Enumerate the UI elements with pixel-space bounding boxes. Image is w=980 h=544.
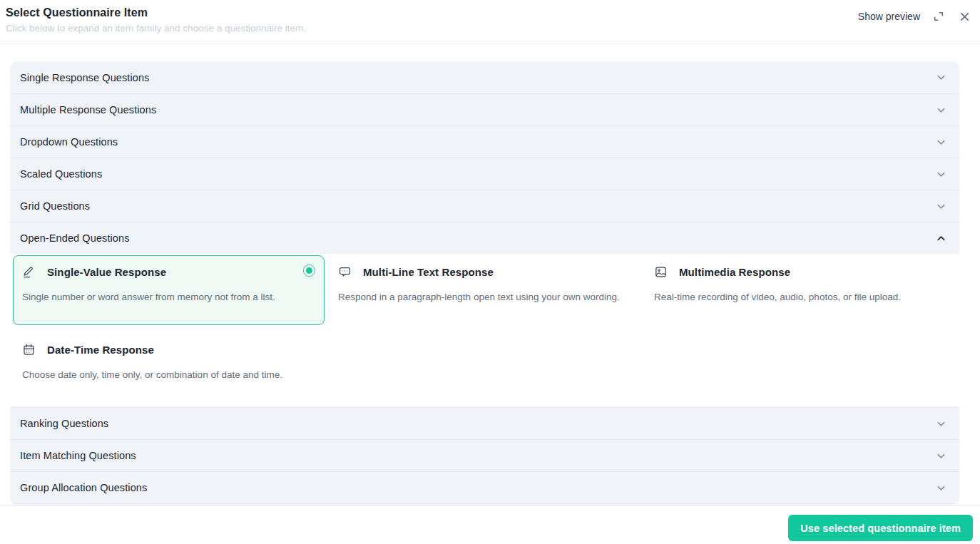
chevron-down-icon [936, 483, 946, 493]
accordion-section-grid[interactable]: Grid Questions [10, 190, 959, 222]
radio-selected-icon[interactable] [303, 265, 315, 277]
accordion-section-scaled[interactable]: Scaled Questions [10, 158, 959, 190]
section-label: Open-Ended Questions [20, 232, 130, 244]
calendar-icon [22, 343, 36, 356]
section-label: Single Response Questions [20, 72, 149, 83]
accordion-section-group-allocation[interactable]: Group Allocation Questions [10, 471, 959, 503]
questionnaire-item-cards: Single-Value Response Single number or w… [13, 255, 956, 403]
header-actions: Show preview [858, 9, 971, 24]
dialog-footer: Use selected questionnaire item [0, 505, 980, 544]
item-card-date-time-response[interactable]: Date-Time Response Choose date only, tim… [13, 333, 325, 403]
item-title: Multimedia Response [679, 266, 790, 278]
item-description: Respond in a paragraph-length open text … [338, 292, 630, 302]
accordion-section-item-matching[interactable]: Item Matching Questions [10, 439, 959, 471]
chevron-down-icon [936, 137, 946, 148]
page-title: Select Questionnaire Item [6, 6, 970, 19]
item-description: Choose date only, time only, or combinat… [22, 369, 314, 380]
item-title: Date-Time Response [47, 344, 154, 356]
chevron-down-icon [936, 105, 946, 116]
section-label: Grid Questions [20, 200, 90, 212]
use-selected-item-button[interactable]: Use selected questionnaire item [788, 515, 973, 541]
dialog-header: Select Questionnaire Item Click below to… [0, 0, 980, 44]
item-description: Single number or word answer from memory… [22, 292, 314, 302]
expand-icon[interactable] [931, 9, 946, 24]
section-label: Item Matching Questions [20, 450, 136, 461]
chat-bubble-icon [338, 265, 352, 279]
item-title: Single-Value Response [47, 266, 166, 278]
chevron-down-icon [936, 201, 946, 212]
close-icon[interactable] [957, 9, 971, 24]
chevron-up-icon [936, 233, 946, 244]
show-preview-button[interactable]: Show preview [858, 11, 920, 22]
accordion-section-open-ended[interactable]: Open-Ended Questions [10, 222, 959, 254]
accordion-section-multiple-response[interactable]: Multiple Response Questions [10, 93, 959, 125]
chevron-down-icon [936, 169, 946, 180]
section-label: Scaled Questions [20, 168, 102, 180]
section-label: Ranking Questions [20, 418, 108, 429]
item-card-multimedia-response[interactable]: Multimedia Response Real-time recording … [645, 255, 956, 325]
chevron-down-icon [936, 419, 946, 429]
open-ended-items-panel: Single-Value Response Single number or w… [10, 254, 959, 407]
page-subtitle: Click below to expand an item family and… [6, 23, 970, 34]
image-icon [654, 265, 668, 279]
chevron-down-icon [936, 451, 946, 461]
section-label: Multiple Response Questions [20, 104, 156, 116]
accordion-section-single-response[interactable]: Single Response Questions [10, 61, 959, 93]
accordion-section-dropdown[interactable]: Dropdown Questions [10, 125, 959, 158]
accordion-section-ranking[interactable]: Ranking Questions [10, 407, 959, 439]
pencil-icon [22, 265, 36, 279]
section-label: Group Allocation Questions [20, 482, 147, 493]
item-description: Real-time recording of video, audio, pho… [654, 292, 946, 302]
select-questionnaire-item-dialog: Select Questionnaire Item Click below to… [0, 0, 980, 544]
item-card-single-value-response[interactable]: Single-Value Response Single number or w… [13, 255, 325, 325]
section-label: Dropdown Questions [20, 136, 118, 148]
item-card-multi-line-text-response[interactable]: Multi-Line Text Response Respond in a pa… [329, 255, 640, 325]
question-family-accordion: Single Response Questions Multiple Respo… [10, 61, 959, 505]
chevron-down-icon [936, 72, 946, 83]
item-title: Multi-Line Text Response [363, 266, 494, 278]
